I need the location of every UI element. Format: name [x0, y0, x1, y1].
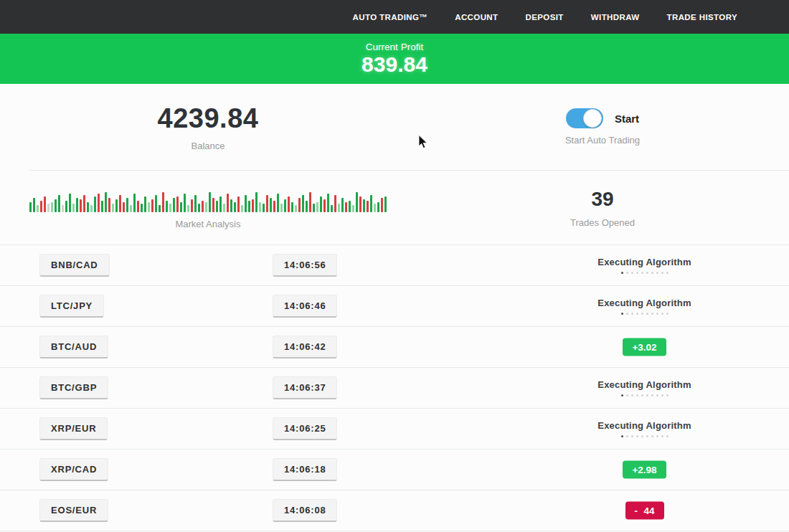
- result-sign: +: [632, 342, 638, 353]
- profit-badge: + 2.98: [623, 461, 666, 479]
- trade-row: BTC/AUD 14:06:42 + 3.02: [0, 327, 789, 368]
- pair-badge[interactable]: EOS/EUR: [39, 499, 108, 522]
- time-badge: 14:06:25: [273, 417, 337, 440]
- nav-item-deposit[interactable]: DEPOSIT: [526, 13, 564, 22]
- time-badge: 14:06:18: [273, 458, 337, 481]
- progress-dots-icon: [621, 313, 668, 315]
- executing-label: Executing Algorithm: [597, 379, 691, 390]
- toggle-label: Start: [615, 113, 639, 125]
- trades-list: BNB/CAD 14:06:56 Executing Algorithm LTC…: [0, 244, 789, 531]
- time-badge: 14:06:37: [273, 376, 337, 399]
- trade-status-result: - 44: [500, 502, 789, 520]
- trade-row: XRP/EUR 14:06:25 Executing Algorithm: [0, 409, 789, 450]
- time-badge: 14:06:46: [273, 295, 337, 318]
- progress-dots-icon: [621, 435, 668, 437]
- current-profit-value: 839.84: [362, 52, 427, 77]
- executing-label: Executing Algorithm: [597, 420, 691, 431]
- trade-row: EOS/EUR 14:06:08 - 44: [0, 490, 789, 531]
- time-badge: 14:06:56: [273, 254, 337, 277]
- pair-badge[interactable]: BNB/CAD: [39, 254, 110, 277]
- loss-badge: - 44: [625, 502, 664, 520]
- time-badge: 14:06:08: [273, 499, 337, 522]
- stats-row-balance: 4239.84 Balance Start Start Auto Trading: [0, 84, 789, 170]
- trade-row: LTC/JPY 14:06:46 Executing Algorithm: [0, 286, 789, 327]
- pair-badge[interactable]: XRP/CAD: [39, 458, 108, 481]
- auto-trading-page: AUTO TRADING™ ACCOUNT DEPOSIT WITHDRAW T…: [0, 0, 789, 532]
- result-value: 3.02: [638, 342, 656, 353]
- trade-row: BNB/CAD 14:06:56 Executing Algorithm: [0, 245, 789, 286]
- balance-value: 4239.84: [158, 103, 259, 134]
- result-value: 44: [643, 505, 654, 516]
- auto-trading-block: Start Start Auto Trading: [416, 84, 789, 170]
- stats-row-market: Market Analysis 39 Trades Opened: [0, 171, 789, 244]
- nav-item-withdraw[interactable]: WITHDRAW: [591, 13, 640, 22]
- profit-badge: + 3.02: [623, 338, 666, 356]
- market-analysis-label: Market Analysis: [175, 219, 240, 229]
- nav-item-trade-history[interactable]: TRADE HISTORY: [667, 13, 738, 22]
- trade-status-result: + 3.02: [500, 338, 789, 356]
- balance-label: Balance: [192, 141, 225, 151]
- trade-row: XRP/CAD 14:06:18 + 2.98: [0, 450, 789, 490]
- nav-item-account[interactable]: ACCOUNT: [455, 13, 498, 22]
- auto-trading-caption: Start Auto Trading: [565, 135, 640, 146]
- time-badge: 14:06:42: [273, 336, 337, 358]
- toggle-knob-icon: [583, 109, 602, 128]
- trades-opened-label: Trades Opened: [570, 217, 635, 228]
- pair-badge[interactable]: LTC/JPY: [39, 295, 104, 318]
- market-analysis-block: Market Analysis: [0, 171, 416, 244]
- top-nav: AUTO TRADING™ ACCOUNT DEPOSIT WITHDRAW T…: [0, 0, 789, 34]
- auto-trading-toggle[interactable]: [566, 108, 603, 128]
- trade-status-executing: Executing Algorithm: [500, 420, 789, 437]
- current-profit-banner: Current Profit 839.84: [0, 34, 789, 84]
- trade-status-executing: Executing Algorithm: [500, 379, 789, 396]
- executing-label: Executing Algorithm: [597, 257, 691, 267]
- result-sign: +: [632, 465, 638, 475]
- trade-status-result: + 2.98: [500, 461, 789, 479]
- pair-badge[interactable]: XRP/EUR: [39, 417, 108, 440]
- progress-dots-icon: [621, 272, 668, 274]
- result-sign: -: [635, 505, 638, 516]
- trades-opened-block: 39 Trades Opened: [416, 171, 789, 244]
- executing-label: Executing Algorithm: [597, 298, 691, 308]
- trade-status-executing: Executing Algorithm: [500, 257, 789, 274]
- pair-badge[interactable]: BTC/GBP: [39, 376, 108, 399]
- current-profit-label: Current Profit: [366, 42, 423, 52]
- trade-row: BTC/GBP 14:06:37 Executing Algorithm: [0, 368, 789, 409]
- trades-opened-value: 39: [591, 188, 613, 211]
- result-value: 2.98: [638, 465, 656, 475]
- pair-badge[interactable]: BTC/AUD: [39, 336, 108, 358]
- progress-dots-icon: [621, 394, 668, 396]
- trade-status-executing: Executing Algorithm: [500, 298, 789, 315]
- market-analysis-chart: [29, 186, 387, 212]
- balance-block: 4239.84 Balance: [0, 84, 416, 170]
- nav-item-auto-trading[interactable]: AUTO TRADING™: [353, 13, 428, 22]
